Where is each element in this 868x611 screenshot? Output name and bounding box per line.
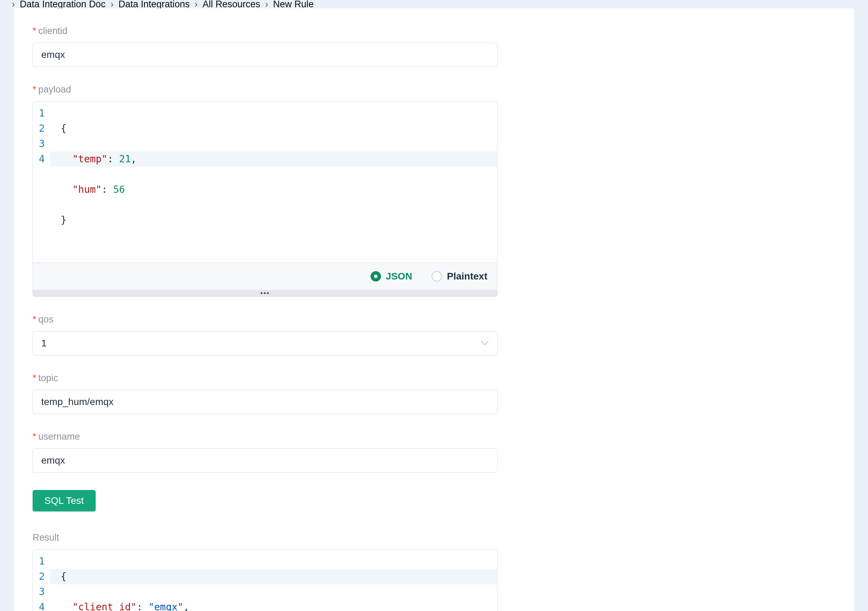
breadcrumb-item[interactable]: Data Integrations <box>119 0 190 8</box>
topic-label: *topic <box>33 373 498 383</box>
actions-row: SQL Test <box>33 490 498 512</box>
breadcrumb-separator: › <box>111 0 114 8</box>
username-input[interactable] <box>33 448 498 473</box>
breadcrumb-separator: › <box>265 0 268 8</box>
form-panel: *clientid *payload 1 2 3 4 <box>14 8 854 611</box>
sql-test-button[interactable]: SQL Test <box>33 490 96 512</box>
field-username: *username <box>33 431 498 473</box>
result-gutter: 1 2 3 4 5 6 <box>33 550 50 611</box>
topic-input[interactable] <box>33 390 498 414</box>
field-payload: *payload 1 2 3 4 { "temp": 21, "hum": 56… <box>33 84 498 297</box>
breadcrumb-separator: › <box>12 0 15 8</box>
payload-gutter: 1 2 3 4 <box>33 102 50 171</box>
qos-label: *qos <box>33 314 498 325</box>
breadcrumb-separator: › <box>194 0 198 8</box>
username-label: *username <box>33 431 498 442</box>
result-code: { "client_id": "emqx", "hum": 56, "temp"… <box>50 550 497 611</box>
radio-icon <box>370 271 381 282</box>
payload-code[interactable]: { "temp": 21, "hum": 56 } <box>50 102 497 262</box>
payload-format-json[interactable]: JSON <box>370 271 412 282</box>
clientid-label: *clientid <box>33 26 498 36</box>
radio-icon <box>432 271 442 282</box>
breadcrumb-item[interactable]: All Resources <box>202 0 260 8</box>
clientid-input[interactable] <box>33 43 498 67</box>
field-qos: *qos <box>33 314 498 355</box>
qos-select[interactable] <box>33 331 498 355</box>
payload-resize-handle[interactable]: ••• <box>33 290 498 297</box>
drag-dots-icon: ••• <box>260 289 270 297</box>
payload-label: *payload <box>33 84 498 95</box>
field-result: Result 1 2 3 4 5 6 { "client_id": "emqx"… <box>33 532 498 611</box>
result-editor[interactable]: 1 2 3 4 5 6 { "client_id": "emqx", "hum"… <box>33 549 498 611</box>
field-topic: *topic <box>33 373 498 414</box>
result-label: Result <box>33 532 498 543</box>
breadcrumb-item[interactable]: Data Integration Doc <box>20 0 106 8</box>
field-clientid: *clientid <box>33 26 498 67</box>
breadcrumb: › Data Integration Doc › Data Integratio… <box>0 0 868 8</box>
payload-editor[interactable]: 1 2 3 4 { "temp": 21, "hum": 56 } JSON <box>33 101 498 297</box>
payload-format-plaintext[interactable]: Plaintext <box>432 271 487 282</box>
breadcrumb-item[interactable]: New Rule <box>273 0 314 8</box>
payload-format-bar: JSON Plaintext <box>33 263 498 290</box>
